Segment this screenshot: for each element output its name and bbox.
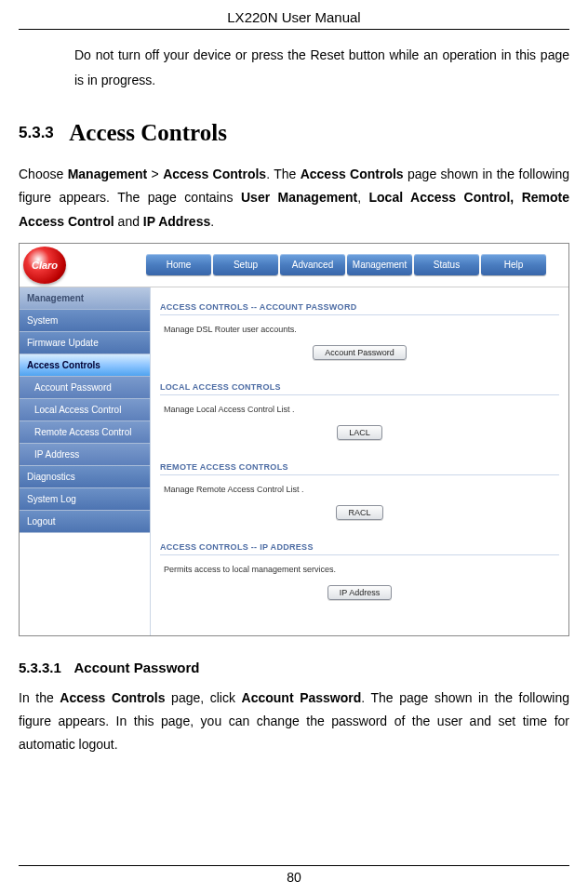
router-ui-figure: Claro Home Setup Advanced Management Sta… (19, 243, 569, 636)
panel-head-local-access: LOCAL ACCESS CONTROLS (160, 379, 559, 395)
router-topbar: Claro Home Setup Advanced Management Sta… (20, 244, 568, 287)
section-number: 5.3.3 (19, 124, 54, 141)
panel-head-remote-access: REMOTE ACCESS CONTROLS (160, 459, 559, 475)
panel-head-ip-address: ACCESS CONTROLS -- IP ADDRESS (160, 539, 559, 555)
text: . The (266, 167, 301, 181)
sidebar-item-firmware-update[interactable]: Firmware Update (20, 332, 150, 354)
tab-status[interactable]: Status (414, 254, 479, 275)
sidebar: Management System Firmware Update Access… (20, 287, 151, 635)
racl-button[interactable]: RACL (336, 505, 382, 520)
panel-btn-row: IP Address (160, 581, 559, 613)
text: > (147, 167, 163, 181)
tab-home[interactable]: Home (146, 254, 211, 275)
panel-head-account-password: ACCESS CONTROLS -- ACCOUNT PASSWORD (160, 299, 559, 315)
subsection-title: Account Password (74, 660, 200, 675)
bold-text: Access Controls (163, 167, 266, 181)
sidebar-item-system[interactable]: System (20, 310, 150, 332)
bold-text: Access Controls (301, 167, 404, 181)
subsection-paragraph: In the Access Controls page, click Accou… (19, 687, 569, 757)
subsection-heading: 5.3.3.1 Account Password (19, 660, 569, 675)
sidebar-sub-ip-address[interactable]: IP Address (20, 444, 150, 466)
text: and (114, 214, 143, 229)
bold-text: User Management (241, 190, 357, 205)
panel-desc-remote-access: Manage Remote Access Control List . (160, 475, 559, 501)
sidebar-sub-remote-access-control[interactable]: Remote Access Control (20, 421, 150, 444)
intro-paragraph: Choose Management > Access Controls. The… (19, 163, 569, 234)
sidebar-item-logout[interactable]: Logout (20, 511, 150, 533)
top-nav: Home Setup Advanced Management Status He… (146, 254, 546, 275)
panel-desc-local-access: Manage Local Access Control List . (160, 395, 559, 421)
bold-text: Management (68, 167, 148, 181)
lacl-button[interactable]: LACL (337, 425, 382, 440)
sidebar-fill (20, 533, 150, 635)
bold-text: Access Controls (60, 690, 165, 705)
account-password-button[interactable]: Account Password (313, 345, 407, 360)
sidebar-item-system-log[interactable]: System Log (20, 488, 150, 511)
text: page, click (166, 690, 242, 705)
sidebar-head-management: Management (20, 287, 150, 310)
doc-header: LX220N User Manual (19, 9, 569, 30)
tab-help[interactable]: Help (481, 254, 546, 275)
main-content: ACCESS CONTROLS -- ACCOUNT PASSWORD Mana… (151, 287, 568, 635)
ip-address-button[interactable]: IP Address (327, 585, 392, 600)
tab-setup[interactable]: Setup (213, 254, 278, 275)
bold-text: IP Address (143, 214, 210, 229)
text: In the (19, 690, 60, 705)
sidebar-item-diagnostics[interactable]: Diagnostics (20, 466, 150, 488)
bold-text: Account Password (242, 690, 362, 705)
section-title: Access Controls (69, 120, 227, 145)
page-number: 80 (19, 865, 569, 885)
panel-btn-row: LACL (160, 421, 559, 453)
tab-advanced[interactable]: Advanced (280, 254, 345, 275)
panel-desc-ip-address: Permits access to local management servi… (160, 555, 559, 581)
claro-logo: Claro (23, 247, 66, 284)
subsection-number: 5.3.3.1 (19, 660, 61, 675)
tab-management[interactable]: Management (347, 254, 412, 275)
text: . (210, 214, 214, 229)
panel-btn-row: Account Password (160, 341, 559, 373)
sidebar-item-access-controls[interactable]: Access Controls (20, 354, 150, 377)
text: , (357, 190, 368, 205)
section-heading: 5.3.3 Access Controls (19, 120, 569, 146)
panel-btn-row: RACL (160, 501, 559, 533)
warning-paragraph: Do not turn off your device or press the… (74, 43, 569, 92)
panel-desc-account-password: Manage DSL Router user accounts. (160, 315, 559, 341)
sidebar-sub-account-password[interactable]: Account Password (20, 377, 150, 399)
text: Choose (19, 167, 68, 181)
sidebar-sub-local-access-control[interactable]: Local Access Control (20, 399, 150, 421)
